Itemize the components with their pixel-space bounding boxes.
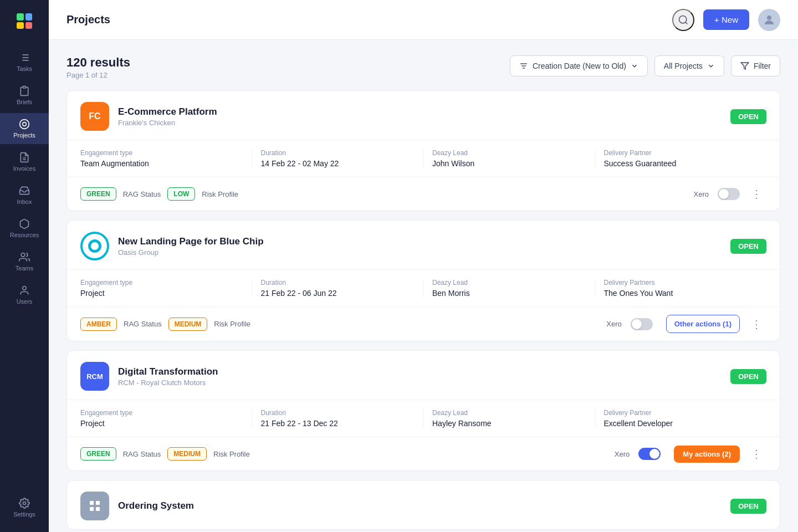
search-button[interactable] (672, 9, 694, 31)
sidebar-item-invoices[interactable]: Invoices (0, 146, 49, 177)
more-options-button[interactable]: ⋮ (746, 445, 766, 463)
risk-label: Risk Profile (214, 320, 250, 328)
user-avatar[interactable] (758, 9, 780, 31)
meta-engagement: Engagement type Project (80, 409, 252, 428)
logo-text: RCM (86, 372, 103, 381)
sort-label: Creation Date (New to Old) (533, 62, 626, 70)
meta-duration: Duration 21 Feb 22 - 06 Jun 22 (252, 279, 424, 298)
filter-label: Filter (754, 62, 771, 70)
other-actions-button[interactable]: Other actions (1) (666, 315, 740, 333)
project-logo (80, 232, 109, 260)
meta-deazy-lead: Deazy Lead John Wilson (423, 149, 595, 168)
app-logo[interactable] (12, 9, 37, 33)
xero-toggle[interactable] (631, 318, 653, 330)
sidebar-item-teams[interactable]: Teams (0, 246, 49, 277)
results-header: 120 results Page 1 of 12 Creation Date (… (66, 55, 780, 79)
box-icon (19, 218, 30, 229)
project-card: FC E-Commerce Platform Frankie's Chicken… (66, 90, 780, 211)
meta-value: Success Guaranteed (604, 159, 767, 168)
app-header: Projects + New (49, 0, 798, 40)
project-card: RCM Digital Transformation RCM - Royal C… (66, 350, 780, 471)
meta-label: Engagement type (80, 279, 243, 287)
meta-value: Project (80, 289, 243, 298)
search-icon (678, 14, 689, 25)
meta-value: 21 Feb 22 - 06 Jun 22 (261, 289, 415, 298)
xero-label: Xero (615, 450, 630, 458)
sidebar-item-label: Users (17, 298, 33, 305)
svg-rect-22 (96, 501, 100, 505)
meta-label: Deazy Lead (432, 279, 586, 287)
svg-point-16 (767, 16, 771, 20)
meta-label: Delivery Partner (604, 409, 767, 417)
sidebar-bottom-label: Settings (13, 511, 35, 518)
sidebar-item-label: Teams (16, 265, 33, 272)
svg-rect-23 (90, 507, 94, 511)
meta-value: 14 Feb 22 - 02 May 22 (261, 159, 415, 168)
card-header: FC E-Commerce Platform Frankie's Chicken… (67, 91, 780, 140)
project-company: Oasis Group (118, 248, 264, 257)
meta-delivery-partner: Delivery Partner Success Guaranteed (595, 149, 767, 168)
project-logo: FC (80, 102, 109, 131)
sidebar-item-briefs[interactable]: Briefs (0, 80, 49, 111)
meta-label: Deazy Lead (432, 149, 586, 157)
sidebar-item-tasks[interactable]: Tasks (0, 47, 49, 78)
avatar-image (763, 13, 776, 27)
new-button[interactable]: + New (703, 9, 749, 30)
receipt-icon (19, 152, 30, 163)
chevron-down-icon (707, 62, 715, 70)
sidebar-bottom: Settings (0, 492, 49, 523)
rag-label: RAG Status (123, 450, 161, 458)
filter-button[interactable]: Filter (731, 55, 780, 76)
project-info: New Landing Page for Blue Chip Oasis Gro… (118, 236, 264, 257)
rag-badge: GREEN (80, 447, 116, 461)
sidebar-item-resources[interactable]: Resources (0, 213, 49, 244)
meta-delivery-partner: Delivery Partner Excellent Developer (595, 409, 767, 428)
sort-icon (519, 62, 528, 70)
card-meta: Engagement type Team Augmentation Durati… (67, 140, 780, 177)
card-footer: AMBER RAG Status MEDIUM Risk Profile Xer… (67, 307, 780, 341)
project-name: E-Commerce Platform (118, 106, 217, 117)
meta-value: Excellent Developer (604, 419, 767, 428)
xero-label: Xero (694, 190, 709, 198)
svg-line-15 (686, 22, 688, 24)
sort-button[interactable]: Creation Date (New to Old) (510, 55, 648, 76)
risk-badge: MEDIUM (167, 447, 207, 461)
my-actions-button[interactable]: My actions (2) (674, 446, 740, 463)
person-icon (19, 285, 30, 296)
card-footer: GREEN RAG Status LOW Risk Profile Xero ⋮ (67, 177, 780, 211)
xero-toggle[interactable] (638, 448, 661, 460)
filter-icon (740, 62, 749, 70)
more-options-button[interactable]: ⋮ (746, 315, 766, 333)
more-options-button[interactable]: ⋮ (746, 185, 766, 203)
meta-value: Hayley Ransome (432, 419, 586, 428)
meta-label: Duration (261, 409, 415, 417)
sidebar-item-inbox[interactable]: Inbox (0, 180, 49, 211)
sidebar-item-users[interactable]: Users (0, 279, 49, 310)
logo-text: FC (89, 111, 100, 121)
gear-icon (19, 498, 30, 509)
sidebar-item-settings[interactable]: Settings (0, 492, 49, 523)
sidebar-item-label: Invoices (13, 165, 35, 172)
all-projects-button[interactable]: All Projects (654, 55, 724, 76)
meta-label: Engagement type (80, 409, 243, 417)
project-card-partial: Ordering System OPEN (66, 480, 780, 530)
project-name: Ordering System (118, 500, 194, 511)
meta-label: Duration (261, 149, 415, 157)
project-info: Ordering System (118, 500, 194, 511)
xero-toggle[interactable] (718, 188, 740, 200)
meta-label: Delivery Partner (604, 149, 767, 157)
svg-point-11 (21, 253, 25, 257)
header-actions: + New (672, 9, 780, 31)
all-projects-label: All Projects (664, 62, 703, 70)
card-header-left: FC E-Commerce Platform Frankie's Chicken (80, 102, 217, 131)
meta-value: The Ones You Want (604, 289, 767, 298)
card-header: New Landing Page for Blue Chip Oasis Gro… (67, 221, 780, 270)
status-badge: OPEN (730, 369, 766, 384)
sidebar-item-projects[interactable]: Projects (0, 113, 49, 144)
svg-rect-21 (90, 501, 94, 505)
chevron-down-icon (631, 62, 638, 70)
project-name: New Landing Page for Blue Chip (118, 236, 264, 247)
results-info: 120 results Page 1 of 12 (66, 55, 130, 79)
results-controls: Creation Date (New to Old) All Projects … (510, 55, 780, 76)
meta-label: Engagement type (80, 149, 243, 157)
